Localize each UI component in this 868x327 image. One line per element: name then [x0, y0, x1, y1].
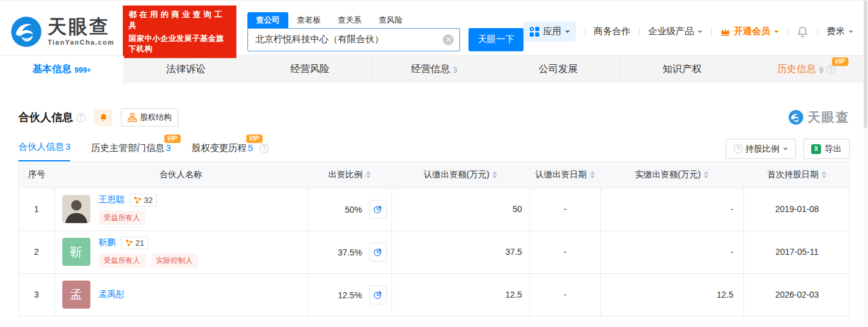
pie-icon	[373, 248, 382, 257]
tab-label: 知识产权	[663, 63, 702, 76]
col-paid-sort[interactable]: 实缴出资额(万元)	[600, 162, 743, 188]
col-subscribed-sort[interactable]: 认缴出资额(万元)	[392, 162, 530, 188]
related-companies-badge[interactable]: 32	[129, 194, 157, 207]
avatar-initial[interactable]: 靳	[62, 238, 90, 266]
chevron-down-icon	[698, 31, 702, 35]
subscribed-amount: 50	[392, 188, 530, 230]
org-chart-icon	[128, 113, 137, 122]
pie-chart-button[interactable]	[370, 285, 387, 304]
subtab-equity-change[interactable]: 股权变更历程5 VIP	[192, 142, 253, 161]
search-tab-boss[interactable]: 查老板	[288, 12, 329, 28]
subtab-history-dept[interactable]: 历史主管部门信息3 VIP	[91, 142, 170, 161]
shareholding-ratio-button[interactable]: ? 持股比例	[726, 139, 796, 159]
logo-swirl-icon	[10, 15, 43, 48]
chevron-down-icon	[565, 31, 570, 35]
search-tab-company[interactable]: 查公司	[247, 12, 288, 28]
subscribed-amount: 12.5	[392, 273, 530, 316]
export-button[interactable]: X 导出	[803, 139, 850, 159]
tab-count: 9	[819, 66, 823, 75]
scrollbar-thumb[interactable]	[864, 0, 867, 128]
subscribed-date: -	[530, 230, 600, 273]
enterprise-label: 企业级产品	[648, 26, 694, 37]
scrollbar[interactable]	[863, 0, 868, 327]
beneficial-owner-tag: 受益所有人	[99, 211, 145, 225]
relation-graph-icon	[134, 196, 142, 204]
ratio-value: 12.5%	[338, 290, 362, 299]
tab-company-development[interactable]: 公司发展	[497, 56, 621, 83]
search-button[interactable]: 天眼一下	[469, 28, 523, 51]
ratio-value: 50%	[345, 204, 362, 214]
related-companies-badge[interactable]: 21	[121, 237, 148, 249]
tab-count: 999+	[75, 66, 91, 75]
subtab-count: 3	[166, 142, 170, 153]
pie-chart-button[interactable]	[370, 200, 387, 219]
partner-name-link[interactable]: 靳鹏	[99, 237, 116, 248]
excel-icon: X	[811, 144, 821, 154]
badge-count: 32	[144, 196, 153, 205]
chevron-down-icon	[774, 31, 779, 35]
search-tab-risk[interactable]: 查风险	[370, 12, 411, 28]
tab-legal-proceedings[interactable]: 法律诉讼	[124, 56, 248, 83]
pie-chart-button[interactable]	[370, 243, 387, 262]
tab-basic-info[interactable]: 基本信息 999+	[0, 56, 124, 83]
tab-label: 历史信息	[777, 63, 816, 76]
person-photo	[62, 195, 90, 223]
menu-enterprise-products[interactable]: 企业级产品	[648, 26, 702, 37]
tianyancha-logo[interactable]: 天眼查 TianYanCha.com	[10, 15, 114, 48]
avatar-photo[interactable]	[62, 195, 90, 223]
tab-intellectual-property[interactable]: 知识产权	[621, 56, 745, 83]
partner-name-link[interactable]: 孟禹彤	[99, 289, 125, 300]
username-label: 费米	[826, 26, 845, 37]
search-tab-relation[interactable]: 查关系	[329, 12, 370, 28]
apps-grid-icon	[530, 27, 539, 37]
paid-amount: -	[600, 188, 743, 230]
subscribed-amount: 37.5	[392, 230, 530, 273]
subtab-label: 历史主管部门信息	[91, 142, 164, 153]
help-icon[interactable]: ?	[76, 113, 86, 122]
col-first-date-sort[interactable]: 首次持股日期	[743, 162, 850, 188]
subtab-label: 股权变更历程	[192, 142, 247, 153]
chevron-down-icon	[848, 31, 853, 35]
beneficial-owner-tag: 受益所有人	[99, 254, 145, 268]
subscribe-bell-button[interactable]	[94, 109, 112, 126]
bell-icon	[99, 113, 108, 122]
tab-operating-info[interactable]: 经营信息 3	[372, 56, 496, 83]
divider	[787, 27, 788, 37]
first-holding-date: 2017-05-11	[743, 230, 850, 273]
user-menu[interactable]: 费米	[826, 26, 853, 37]
promo-line2: 国家中小企业发展子基金旗下机构	[128, 34, 231, 54]
col-ratio-sort[interactable]: 出资比例	[307, 162, 392, 188]
divider	[817, 27, 818, 37]
tab-count: 3	[453, 66, 458, 75]
help-icon[interactable]: ?	[260, 144, 269, 153]
apps-menu[interactable]: 应用	[523, 21, 576, 42]
ratio-value: 37.5%	[338, 247, 362, 257]
menu-business-coop[interactable]: 商务合作	[594, 26, 630, 37]
pie-icon	[373, 205, 382, 214]
help-icon[interactable]: ?	[826, 65, 836, 74]
search-tabs: 查公司 查老板 查关系 查风险	[247, 12, 523, 28]
vip-badge: VIP	[164, 134, 181, 143]
tab-operating-risk[interactable]: 经营风险	[248, 56, 372, 83]
menu-open-vip[interactable]: 开通会员	[720, 26, 779, 37]
tab-history-info[interactable]: 历史信息 9 ? VIP	[745, 56, 868, 83]
row-index: 3	[19, 273, 54, 316]
col-subscribed-date-sort[interactable]: 认缴出资日期	[530, 162, 600, 188]
avatar-initial[interactable]: 孟	[62, 281, 90, 309]
notification-bell-icon[interactable]	[797, 26, 809, 38]
table-row: 2 靳 靳鹏 21	[19, 230, 850, 273]
equity-structure-button[interactable]: 股权结构	[121, 108, 178, 127]
ratio-button-label: 持股比例	[745, 144, 779, 155]
partner-name-link[interactable]: 王思聪	[99, 194, 125, 205]
sort-icon	[492, 171, 497, 178]
search-input[interactable]	[247, 28, 460, 51]
vip-badge: VIP	[246, 134, 263, 143]
subtab-count: 3	[65, 141, 70, 152]
subtab-partner-info[interactable]: 合伙人信息3	[18, 141, 70, 161]
company-nav-tabs: 基本信息 999+ 法律诉讼 经营风险 经营信息 3 公司发展 知识产权 历史信…	[0, 55, 868, 83]
sort-icon	[704, 171, 709, 178]
subtab-count: 5	[248, 142, 253, 153]
promo-line1: 都在用的商业查询工具	[128, 9, 231, 31]
table-row: 1 王思聪	[19, 188, 850, 230]
clear-icon[interactable]: ✕	[443, 34, 454, 45]
